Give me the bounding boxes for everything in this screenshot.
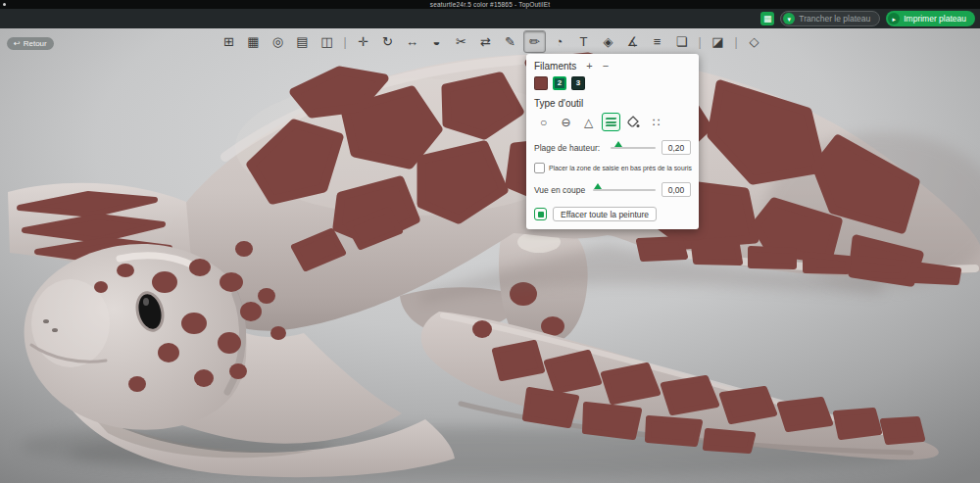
tool-type-label: Type d'outil: [534, 98, 691, 109]
slice-button[interactable]: ▾ Trancher le plateau: [780, 11, 880, 26]
exploded-view-icon[interactable]: ◇: [743, 30, 765, 53]
add-filament-button[interactable]: +: [586, 61, 592, 72]
fill-tool-icon[interactable]: [624, 113, 643, 131]
auto-orient-icon[interactable]: ◎: [267, 30, 289, 53]
plate-icon: ▦: [763, 15, 772, 24]
erase-all-icon[interactable]: [534, 208, 547, 220]
section-view-label: Vue en coupe: [534, 185, 585, 195]
support-paint-icon[interactable]: ✎: [499, 30, 521, 53]
rotate-icon[interactable]: ↻: [376, 30, 399, 53]
filament-swatches: 23: [534, 76, 691, 90]
assembly-view-icon[interactable]: ❏: [670, 30, 693, 53]
section-view-slider[interactable]: [593, 189, 656, 191]
gap-fill-tool-icon[interactable]: ∷: [647, 113, 665, 131]
viewport-3d[interactable]: [0, 0, 980, 483]
eraser-icon[interactable]: ◪: [707, 30, 729, 53]
slice-button-label: Trancher le plateau: [799, 15, 870, 24]
toolbar-separator: |: [695, 36, 705, 48]
measure-icon[interactable]: ∡: [621, 30, 644, 53]
seam-paint-icon[interactable]: ◔: [548, 30, 570, 53]
scale-icon[interactable]: ↔: [401, 30, 423, 53]
gizmo-position-checkbox[interactable]: [534, 163, 545, 173]
main-toolbar: ⊞▦◎▤◫|✛↻↔◒✂⇄✎✏◔T◈∡≡❏|◪|◇: [218, 30, 765, 53]
print-button-label: Imprimer plateau: [904, 15, 966, 24]
circle-tool-icon[interactable]: ○: [534, 113, 553, 131]
section-view-input[interactable]: [662, 182, 691, 197]
color-paint-icon[interactable]: ✏: [523, 30, 546, 53]
filaments-label: Filaments: [534, 61, 576, 72]
text-tool-icon[interactable]: T: [572, 30, 595, 53]
filaments-header: Filaments + −: [534, 61, 691, 72]
remove-filament-button[interactable]: −: [603, 61, 609, 72]
height-range-slider[interactable]: [611, 147, 656, 149]
height-range-tool-icon[interactable]: [602, 113, 620, 131]
gizmo-position-row: Placer la zone de saisie en bas près de …: [534, 163, 691, 173]
place-on-face-icon[interactable]: ◒: [425, 30, 448, 53]
array-icon[interactable]: ▦: [242, 30, 265, 53]
toolbar-separator: |: [340, 36, 350, 48]
height-range-slider-handle[interactable]: [614, 141, 622, 147]
erase-row: Effacer toute la peinture: [534, 207, 691, 221]
print-arrow-icon: ▸: [888, 13, 900, 24]
plate-settings-button[interactable]: ▦: [760, 12, 774, 25]
filament-swatch-3[interactable]: 3: [571, 76, 585, 90]
slice-dropdown-icon[interactable]: ▾: [783, 13, 795, 24]
mirror-icon[interactable]: ⇄: [474, 30, 497, 53]
top-menubar: ▦ ▾ Trancher le plateau ▸ Imprimer plate…: [0, 9, 980, 28]
back-arrow-icon: ↩: [14, 40, 21, 48]
height-range-row: Plage de hauteur:: [534, 140, 691, 155]
height-range-input[interactable]: [662, 140, 691, 155]
boolean-icon[interactable]: ◈: [597, 30, 619, 53]
section-view-slider-handle[interactable]: [594, 183, 602, 189]
window-titlebar: seaturtle24r.5 color #15865 - TopOutilEt: [0, 0, 980, 9]
back-button[interactable]: ↩ Retour: [7, 37, 54, 50]
window-title: seaturtle24r.5 color #15865 - TopOutilEt: [430, 1, 550, 8]
height-range-label: Plage de hauteur:: [534, 143, 600, 153]
window-dot-icon: [3, 3, 6, 6]
tool-type-row: ○⊖△∷: [534, 113, 691, 131]
cut-icon[interactable]: ✂: [450, 30, 472, 53]
gizmo-position-label: Placer la zone de saisie en bas près de …: [549, 165, 692, 171]
triangle-tool-icon[interactable]: △: [579, 113, 598, 131]
arrange-icon[interactable]: ▤: [291, 30, 314, 53]
section-view-row: Vue en coupe: [534, 182, 691, 197]
back-button-label: Retour: [24, 40, 47, 48]
add-primitive-icon[interactable]: ⊞: [218, 30, 240, 53]
print-button[interactable]: ▸ Imprimer plateau: [886, 11, 975, 26]
move-icon[interactable]: ✛: [352, 30, 374, 53]
toolbar-separator: |: [731, 36, 741, 48]
variable-layer-icon[interactable]: ≡: [646, 30, 668, 53]
erase-all-button[interactable]: Effacer toute la peinture: [553, 207, 657, 221]
split-objects-icon[interactable]: ◫: [316, 30, 338, 53]
sphere-tool-icon[interactable]: ⊖: [557, 113, 575, 131]
filament-swatch-2[interactable]: 2: [553, 76, 566, 90]
filament-swatch-1[interactable]: [534, 76, 548, 90]
color-paint-panel: Filaments + − 23 Type d'outil ○⊖△∷ Plage…: [526, 54, 699, 229]
